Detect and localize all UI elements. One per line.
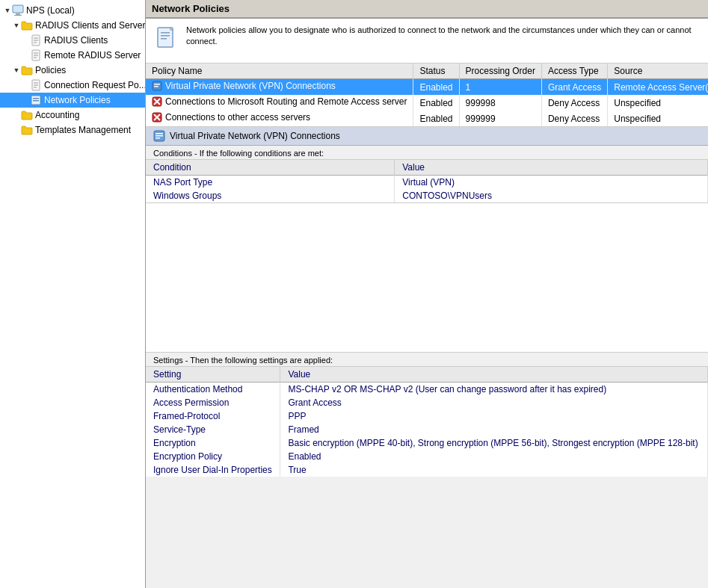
expand-icon-network-policies bbox=[21, 96, 30, 105]
conditions-empty-area bbox=[146, 203, 708, 353]
setting-row: Access PermissionGrant Access bbox=[146, 396, 708, 409]
setting-value-cell: True bbox=[280, 463, 708, 477]
sidebar-item-templates-management[interactable]: Templates Management bbox=[0, 123, 145, 137]
svg-rect-36 bbox=[156, 137, 160, 139]
col-policy-name: Policy Name bbox=[146, 64, 413, 79]
info-description: Network policies allow you to designate … bbox=[186, 25, 699, 48]
svg-rect-19 bbox=[161, 32, 170, 34]
sidebar-item-radius-clients[interactable]: RADIUS Clients bbox=[0, 33, 145, 48]
sidebar-item-label-templates-management: Templates Management bbox=[35, 125, 131, 135]
setting-row: Ignore User Dial-In PropertiesTrue bbox=[146, 463, 708, 477]
svg-rect-17 bbox=[33, 100, 39, 102]
item-icon-remote-radius-server bbox=[30, 49, 42, 61]
settings-label: Settings - Then the following settings a… bbox=[146, 353, 708, 367]
col-access-type: Access Type bbox=[541, 64, 607, 79]
settings-table-body: Authentication MethodMS-CHAP v2 OR MS-CH… bbox=[146, 383, 708, 477]
col-setting: Setting bbox=[146, 367, 280, 383]
policy-name-cell: Connections to other access servers bbox=[146, 111, 413, 126]
item-icon-radius-clients bbox=[30, 34, 42, 46]
item-icon-templates-management bbox=[21, 124, 33, 136]
panel-header: Network Policies bbox=[146, 0, 708, 19]
setting-name-cell: Framed-Protocol bbox=[146, 409, 280, 423]
left-navigation-panel: ▼ NPS (Local)▼ RADIUS Clients and Server… bbox=[0, 0, 146, 588]
sidebar-item-nps-local[interactable]: ▼ NPS (Local) bbox=[0, 3, 145, 18]
table-row[interactable]: Connections to other access servers Enab… bbox=[146, 111, 708, 126]
condition-row: Windows GroupsCONTOSO\VPNUsers bbox=[146, 189, 708, 202]
setting-name-cell: Service-Type bbox=[146, 423, 280, 436]
sidebar-item-label-remote-radius-server: Remote RADIUS Server bbox=[44, 50, 141, 61]
policy-status-cell: Enabled bbox=[413, 95, 459, 111]
setting-row: Framed-ProtocolPPP bbox=[146, 409, 708, 423]
conditions-table-body: NAS Port TypeVirtual (VPN)Windows Groups… bbox=[146, 176, 708, 203]
policy-source-cell: Unspecified bbox=[608, 95, 708, 111]
condition-value-cell: CONTOSO\VPNUsers bbox=[395, 189, 708, 202]
sidebar-item-accounting[interactable]: Accounting bbox=[0, 108, 145, 123]
expand-icon-remote-radius-server bbox=[21, 51, 30, 60]
svg-rect-34 bbox=[156, 133, 163, 134]
detail-section: Virtual Private Network (VPN) Connection… bbox=[146, 127, 708, 588]
sidebar-item-label-accounting: Accounting bbox=[35, 110, 79, 120]
setting-name-cell: Encryption Policy bbox=[146, 450, 280, 463]
expand-icon-radius-clients bbox=[21, 36, 30, 45]
item-icon-accounting bbox=[21, 109, 33, 121]
table-row[interactable]: Virtual Private Network (VPN) Connection… bbox=[146, 79, 708, 96]
policy-status-cell: Enabled bbox=[413, 79, 459, 96]
svg-rect-20 bbox=[161, 35, 170, 37]
policy-access-type-cell: Deny Access bbox=[541, 95, 607, 111]
policy-processing-order-cell: 999998 bbox=[459, 95, 541, 111]
sidebar-item-remote-radius-server[interactable]: Remote RADIUS Server bbox=[0, 48, 145, 63]
policies-table-body: Virtual Private Network (VPN) Connection… bbox=[146, 79, 708, 127]
svg-rect-0 bbox=[13, 5, 23, 13]
setting-name-cell: Ignore User Dial-In Properties bbox=[146, 463, 280, 477]
table-row[interactable]: Connections to Microsoft Routing and Rem… bbox=[146, 95, 708, 111]
sidebar-item-policies[interactable]: ▼ Policies bbox=[0, 63, 145, 78]
sidebar-item-network-policies[interactable]: Network Policies bbox=[0, 93, 145, 108]
expand-icon-radius-clients-servers: ▼ bbox=[12, 21, 21, 30]
sidebar-item-label-connection-request-po: Connection Request Po... bbox=[44, 80, 146, 90]
policy-name-cell: Connections to Microsoft Routing and Rem… bbox=[146, 95, 413, 111]
sidebar-item-label-radius-clients-servers: RADIUS Clients and Servers bbox=[35, 20, 146, 31]
detail-policy-icon bbox=[153, 130, 165, 142]
condition-row: NAS Port TypeVirtual (VPN) bbox=[146, 176, 708, 190]
sidebar-item-label-policies: Policies bbox=[35, 65, 66, 75]
expand-icon-policies: ▼ bbox=[12, 66, 21, 75]
setting-value-cell: Basic encryption (MPPE 40-bit), Strong e… bbox=[280, 436, 708, 450]
setting-value-cell: MS-CHAP v2 OR MS-CHAP v2 (User can chang… bbox=[280, 383, 708, 397]
sidebar-item-label-nps-local: NPS (Local) bbox=[26, 5, 75, 16]
policies-table-section: Policy Name Status Processing Order Acce… bbox=[146, 64, 708, 127]
sidebar-item-radius-clients-servers[interactable]: ▼ RADIUS Clients and Servers bbox=[0, 18, 145, 33]
sidebar-item-connection-request-po[interactable]: Connection Request Po... bbox=[0, 78, 145, 93]
info-icon bbox=[155, 26, 179, 50]
svg-rect-21 bbox=[161, 38, 167, 40]
item-icon-radius-clients-servers bbox=[21, 19, 33, 31]
col-condition: Condition bbox=[146, 160, 395, 176]
policy-source-cell: Remote Access Server(VPN-Dial up) bbox=[608, 79, 708, 96]
col-source: Source bbox=[608, 64, 708, 79]
expand-icon-connection-request-po bbox=[21, 81, 30, 90]
setting-row: EncryptionBasic encryption (MPPE 40-bit)… bbox=[146, 436, 708, 450]
col-condition-value: Value bbox=[395, 160, 708, 176]
sidebar-item-label-radius-clients: RADIUS Clients bbox=[44, 35, 108, 46]
conditions-table: Condition Value NAS Port TypeVirtual (VP… bbox=[146, 160, 708, 202]
sidebar-item-label-network-policies: Network Policies bbox=[44, 95, 111, 105]
settings-table: Setting Value Authentication MethodMS-CH… bbox=[146, 367, 708, 477]
policy-status-cell: Enabled bbox=[413, 111, 459, 126]
col-status: Status bbox=[413, 64, 459, 79]
item-icon-connection-request-po bbox=[30, 79, 42, 91]
expand-icon-templates-management bbox=[12, 126, 21, 134]
setting-name-cell: Encryption bbox=[146, 436, 280, 450]
policies-table: Policy Name Status Processing Order Acce… bbox=[146, 64, 708, 126]
setting-value-cell: PPP bbox=[280, 409, 708, 423]
policy-processing-order-cell: 999999 bbox=[459, 111, 541, 126]
detail-header: Virtual Private Network (VPN) Connection… bbox=[146, 127, 708, 146]
setting-row: Encryption PolicyEnabled bbox=[146, 450, 708, 463]
setting-name-cell: Access Permission bbox=[146, 396, 280, 409]
right-content-panel: Network Policies Network policies allow … bbox=[146, 0, 708, 588]
policies-table-header: Policy Name Status Processing Order Acce… bbox=[146, 64, 708, 79]
expand-icon-accounting bbox=[12, 111, 21, 120]
item-icon-network-policies bbox=[30, 94, 42, 106]
item-icon-policies bbox=[21, 64, 33, 76]
condition-value-cell: Virtual (VPN) bbox=[395, 176, 708, 190]
setting-value-cell: Enabled bbox=[280, 450, 708, 463]
conditions-table-header: Condition Value bbox=[146, 160, 708, 176]
